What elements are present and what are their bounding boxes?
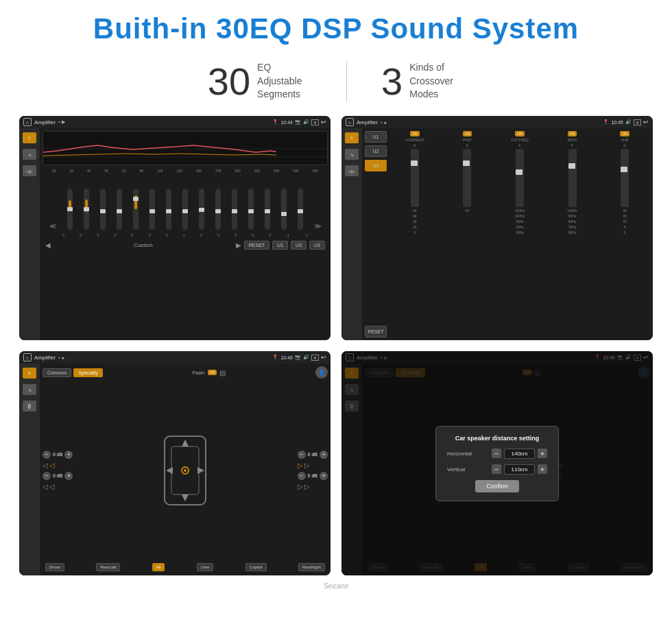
db-control-fl: − 0 dB +: [43, 451, 73, 459]
channel-cutfreq: ON CUT FREQ F 125Hz 100Hz 80Hz 70Hz 60Hz: [494, 131, 545, 337]
driver-btn-3[interactable]: Driver: [45, 563, 64, 571]
eq-slider-7[interactable]: [166, 189, 171, 230]
home-icon-2[interactable]: ⌂: [346, 118, 354, 126]
camera-icon-3: 📷: [295, 355, 301, 360]
cross-number: 3: [381, 59, 403, 104]
sidebar-3: ≡ ∿ ₿: [19, 363, 40, 575]
time-1: 10:44: [280, 120, 293, 125]
freq-labels: 25324050 6380100125 160200250320 4005006…: [43, 167, 328, 174]
car-diagram: [77, 433, 293, 508]
sidebar-wave-icon[interactable]: ∿: [23, 149, 36, 160]
tab-common-3[interactable]: Common: [43, 368, 71, 377]
cutfreq-slider[interactable]: [516, 149, 524, 207]
user-btn-3[interactable]: User: [197, 563, 214, 571]
sidebar-eq-icon-3[interactable]: ≡: [23, 368, 36, 379]
home-icon-1[interactable]: ⌂: [23, 118, 32, 126]
u3-btn-1[interactable]: U3: [309, 241, 325, 250]
eq-slider-14[interactable]: [281, 189, 287, 230]
sub-toggle[interactable]: ON: [620, 131, 629, 136]
fader-on-3[interactable]: ON: [208, 370, 217, 375]
reset-btn-2[interactable]: RESET: [365, 326, 387, 337]
plus-rr[interactable]: +: [320, 472, 328, 480]
u1-btn-1[interactable]: U1: [272, 241, 288, 250]
eq-slider-5[interactable]: [133, 189, 139, 230]
sidebar-vol-icon-2[interactable]: ◁▷: [345, 165, 359, 176]
eq-slider-9[interactable]: [199, 189, 204, 230]
eq-number: 30: [208, 59, 250, 104]
sub-slider[interactable]: [621, 149, 629, 207]
sidebar-bt-icon-3[interactable]: ₿: [23, 401, 36, 412]
preset-u3[interactable]: U3: [365, 160, 387, 171]
play-icons-1: ▪ ▶: [58, 119, 64, 125]
eq-slider-8[interactable]: [182, 189, 188, 230]
db-val-fr: 0 dB: [308, 452, 317, 457]
minus-fl[interactable]: −: [43, 451, 51, 459]
eq-bottom-controls: ◀ Custom ▶ RESET U1 U2 U3: [43, 239, 328, 251]
preset-label: Custom: [53, 242, 233, 248]
eq-slider-4[interactable]: [117, 189, 122, 230]
vertical-minus[interactable]: −: [492, 464, 501, 474]
plus-rl[interactable]: +: [64, 472, 73, 480]
dialog-box: Car speaker distance setting Horizontal …: [435, 426, 559, 501]
bass-slider[interactable]: [568, 149, 577, 207]
screen-main-3: Common Specialty Fader ON ▤ 👤 −: [40, 363, 331, 575]
eq-slider-13[interactable]: [265, 189, 270, 230]
eq-slider-3[interactable]: [100, 189, 106, 230]
eq-slider-15[interactable]: [298, 189, 303, 230]
channel-phat: ON PHAT G 64: [442, 131, 493, 337]
vertical-plus[interactable]: +: [538, 464, 547, 474]
sidebar-eq-icon-2[interactable]: ≡: [345, 132, 359, 143]
vol-icon-3: 🔊: [303, 355, 309, 360]
eq-slider-6[interactable]: [149, 189, 155, 230]
eq-slider-2[interactable]: [84, 189, 89, 230]
plus-fr[interactable]: +: [320, 451, 328, 459]
bass-toggle[interactable]: ON: [568, 131, 577, 136]
channel-bass: ON BASS F 100Hz 90Hz 80Hz 70Hz 60Hz: [547, 131, 598, 337]
preset-u2[interactable]: U2: [365, 145, 387, 157]
sidebar-wave-icon-3[interactable]: ∿: [23, 384, 36, 395]
horizontal-minus[interactable]: −: [492, 449, 501, 458]
profile-icon-3[interactable]: 👤: [315, 366, 328, 379]
screen-eq: ⌂ Amplifier ▪ ▶ 📍 10:44 📷 🔊 ✕ ↩ ≡ ∿ ◁▷: [19, 116, 331, 340]
preset-u1[interactable]: U1: [365, 131, 387, 143]
home-icon-3[interactable]: ⌂: [23, 353, 32, 361]
copilot-btn-3[interactable]: Copilot: [245, 563, 267, 571]
reset-btn-1[interactable]: RESET: [244, 241, 269, 250]
u2-btn-1[interactable]: U2: [291, 241, 307, 250]
right-controls: − 0 dB + ▷ ▷ − 0 dB +: [298, 451, 328, 490]
rearright-btn-3[interactable]: RearRight: [298, 563, 325, 571]
eq-slider-1[interactable]: [67, 189, 73, 230]
phat-toggle[interactable]: ON: [463, 131, 472, 136]
minus-rr[interactable]: −: [298, 472, 306, 480]
eq-slider-12[interactable]: [248, 189, 254, 230]
sidebar-vol-icon[interactable]: ◁▷: [23, 165, 36, 176]
all-btn-3[interactable]: All: [152, 563, 165, 571]
db-control-rl: − 0 dB +: [43, 472, 73, 480]
rearleft-btn-3[interactable]: RearLeft: [96, 563, 120, 571]
loudness-slider[interactable]: [411, 149, 419, 207]
horizontal-plus[interactable]: +: [538, 449, 547, 458]
confirm-button[interactable]: Confirm: [475, 480, 519, 492]
reset-area: RESET: [365, 326, 387, 337]
db-val-fl: 0 dB: [53, 452, 62, 457]
minus-rl[interactable]: −: [43, 472, 51, 480]
phat-slider[interactable]: [463, 149, 471, 207]
plus-fl[interactable]: +: [64, 451, 73, 459]
eq-slider-10[interactable]: [215, 189, 221, 230]
expand-icon[interactable]: ≪: [49, 222, 56, 230]
loudness-toggle[interactable]: ON: [410, 131, 420, 136]
sidebar-wave-icon-2[interactable]: ∿: [345, 149, 359, 160]
collapse-icon[interactable]: ≫: [314, 222, 321, 230]
channel-loudness: ON LOUDNESS G 64 48 32 16 0: [389, 131, 440, 337]
cutfreq-toggle[interactable]: ON: [515, 131, 525, 136]
minus-fr[interactable]: −: [298, 451, 306, 459]
location-icon-1: 📍: [272, 119, 278, 125]
next-icon[interactable]: ▶: [236, 241, 241, 249]
sidebar-2: ≡ ∿ ◁▷: [341, 128, 362, 340]
prev-icon[interactable]: ◀: [45, 241, 51, 249]
speaker-icon-fr-l: ▷: [298, 462, 303, 469]
eq-slider-11[interactable]: [232, 189, 237, 230]
speaker-icon-rr-r: ▷: [304, 483, 310, 490]
sidebar-eq-icon[interactable]: ≡: [23, 132, 36, 143]
tab-specialty-3[interactable]: Specialty: [73, 368, 102, 377]
